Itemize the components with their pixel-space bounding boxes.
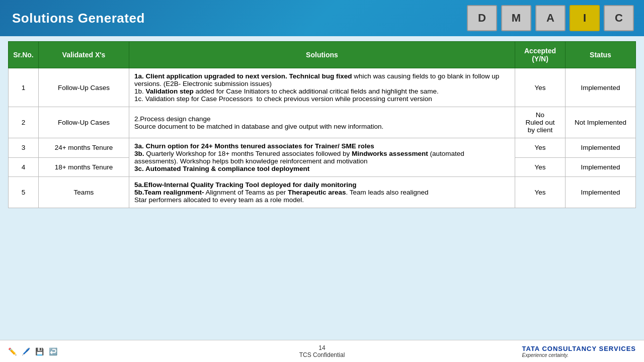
table-header-row: Sr.No. Validated X's Solutions Accepted(… [9, 42, 636, 68]
cell-srno-2: 2 [9, 107, 39, 138]
nav-d[interactable]: D [467, 5, 497, 31]
page-title: Solutions Generated [12, 11, 145, 26]
header: Solutions Generated D M A I C [0, 0, 644, 36]
tcs-tagline: Experience certainty. [522, 352, 569, 358]
save-icon[interactable]: 💾 [35, 347, 44, 355]
cell-srno-5: 5 [9, 177, 39, 208]
col-header-srno: Sr.No. [9, 42, 39, 68]
cell-srno-1: 1 [9, 68, 39, 107]
cell-solutions-2: 2.Process design change Source document … [129, 107, 515, 138]
edit-icon[interactable]: ✏️ [8, 347, 17, 355]
cell-validated-4: 18+ months Tenure [39, 157, 129, 177]
solutions-table: Sr.No. Validated X's Solutions Accepted(… [8, 41, 636, 208]
tcs-logo: TATA CONSULTANCY SERVICES Experience cer… [522, 345, 636, 358]
confidential-label: TCS Confidential [299, 351, 345, 358]
cell-validated-5: Teams [39, 177, 129, 208]
col-header-solutions: Solutions [129, 42, 515, 68]
cell-status-3: Implemented [566, 138, 636, 158]
dmaic-nav: D M A I C [467, 5, 634, 31]
cell-solutions-5: 5a.Eflow-Internal Quality Tracking Tool … [129, 177, 515, 208]
cell-srno-3: 3 [9, 138, 39, 158]
page-number: 14 [299, 344, 345, 351]
cell-status-2: Not Implemented [566, 107, 636, 138]
main-content: Sr.No. Validated X's Solutions Accepted(… [0, 36, 644, 340]
table-row: 5 Teams 5a.Eflow-Internal Quality Tracki… [9, 177, 636, 208]
table-row: 2 Follow-Up Cases 2.Process design chang… [9, 107, 636, 138]
cell-accepted-4: Yes [515, 157, 566, 177]
cell-accepted-1: Yes [515, 68, 566, 107]
undo-icon[interactable]: ↩️ [49, 347, 57, 355]
table-row: 3 24+ months Tenure 3a. Churn option for… [9, 138, 636, 158]
cell-srno-4: 4 [9, 157, 39, 177]
nav-a[interactable]: A [535, 5, 566, 31]
cell-validated-1: Follow-Up Cases [39, 68, 129, 107]
cell-status-4: Implemented [566, 157, 636, 177]
cell-solutions-3-4: 3a. Churn option for 24+ Months tenured … [129, 138, 515, 177]
tcs-company-name: TATA CONSULTANCY SERVICES [522, 345, 636, 352]
cell-status-1: Implemented [566, 68, 636, 107]
nav-c[interactable]: C [604, 5, 634, 31]
footer-toolbar: ✏️ 🖊️ 💾 ↩️ [8, 347, 57, 355]
cell-accepted-2: NoRuled outby client [515, 107, 566, 138]
cell-validated-2: Follow-Up Cases [39, 107, 129, 138]
col-header-status: Status [566, 42, 636, 68]
draw-icon[interactable]: 🖊️ [22, 347, 30, 355]
footer: ✏️ 🖊️ 💾 ↩️ TATA CONSULTANCY SERVICES Exp… [0, 340, 644, 362]
nav-i[interactable]: I [570, 5, 600, 31]
table-row: 1 Follow-Up Cases 1a. Client application… [9, 68, 636, 107]
col-header-validated: Validated X's [39, 42, 129, 68]
cell-accepted-3: Yes [515, 138, 566, 158]
col-header-accepted: Accepted(Y/N) [515, 42, 566, 68]
cell-solutions-1: 1a. Client application upgraded to next … [129, 68, 515, 107]
cell-validated-3: 24+ months Tenure [39, 138, 129, 158]
cell-status-5: Implemented [566, 177, 636, 208]
footer-page-info: 14 TCS Confidential [299, 344, 345, 358]
cell-accepted-5: Yes [515, 177, 566, 208]
nav-m[interactable]: M [501, 5, 531, 31]
